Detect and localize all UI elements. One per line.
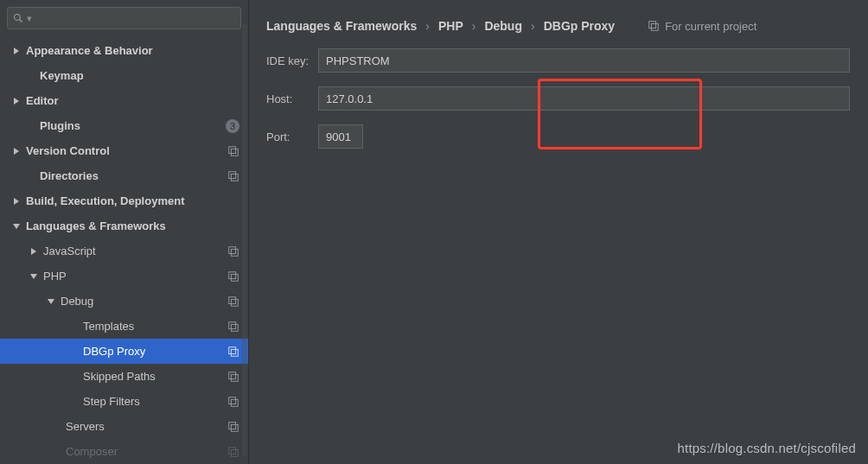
port-input[interactable] (318, 124, 363, 149)
scope-label: For current project (665, 20, 756, 33)
svg-rect-18 (229, 397, 236, 404)
arrow-spacer (52, 448, 61, 456)
sidebar-search-input[interactable]: ▾ (7, 7, 241, 29)
project-scope-icon (227, 245, 239, 257)
arrow-spacer (26, 172, 35, 181)
arrow-spacer (69, 347, 78, 356)
project-scope-icon (227, 346, 239, 358)
expand-arrow-icon[interactable] (12, 222, 21, 231)
breadcrumb-item[interactable]: DBGp Proxy (544, 19, 615, 33)
sidebar-item-label: JavaScript (43, 245, 222, 257)
svg-rect-23 (231, 449, 238, 456)
svg-rect-8 (229, 271, 236, 278)
settings-sidebar: ▾ Appearance & BehaviorKeymapEditorPlugi… (0, 0, 249, 464)
ide-key-input[interactable] (318, 48, 850, 73)
sidebar-item-label: Servers (66, 420, 222, 433)
project-scope-icon (648, 20, 660, 32)
sidebar-item-templates[interactable]: Templates (0, 314, 248, 339)
sidebar-item-label: Directories (40, 169, 222, 182)
sidebar-item-label: Keymap (40, 69, 239, 82)
expand-arrow-icon[interactable] (12, 97, 21, 105)
search-icon (13, 13, 23, 23)
host-input[interactable] (318, 86, 850, 111)
breadcrumb-item[interactable]: PHP (438, 19, 463, 33)
svg-rect-19 (231, 399, 238, 406)
project-scope-icon (227, 321, 239, 333)
sidebar-item-version-control[interactable]: Version Control (0, 138, 248, 163)
svg-line-1 (20, 20, 22, 22)
project-scope-icon (227, 145, 239, 157)
svg-rect-7 (231, 249, 238, 256)
svg-point-0 (15, 15, 21, 21)
update-count-badge: 3 (226, 119, 239, 133)
sidebar-item-appearance-behavior[interactable]: Appearance & Behavior (0, 38, 248, 63)
breadcrumb: Languages & Frameworks › PHP › Debug › D… (266, 19, 868, 33)
breadcrumb-sep: › (531, 19, 535, 33)
svg-rect-2 (229, 146, 236, 153)
sidebar-item-label: Appearance & Behavior (26, 44, 239, 57)
expand-arrow-icon[interactable] (47, 297, 55, 306)
host-label: Host: (266, 92, 318, 105)
arrow-spacer (69, 372, 78, 381)
sidebar-item-keymap[interactable]: Keymap (0, 63, 248, 88)
sidebar-item-label: Build, Execution, Deployment (26, 194, 239, 207)
sidebar-item-label: Version Control (26, 144, 222, 157)
svg-rect-14 (229, 346, 236, 353)
sidebar-item-label: Debug (61, 295, 222, 308)
arrow-spacer (26, 72, 35, 80)
port-label: Port: (266, 130, 318, 143)
project-scope-icon (227, 296, 239, 308)
breadcrumb-sep: › (472, 19, 476, 33)
svg-rect-6 (229, 246, 236, 253)
sidebar-item-plugins[interactable]: Plugins3 (0, 113, 248, 138)
sidebar-item-skipped-paths[interactable]: Skipped Paths (0, 364, 248, 389)
breadcrumb-sep: › (425, 19, 430, 33)
arrow-spacer (69, 397, 78, 406)
sidebar-item-php[interactable]: PHP (0, 264, 248, 289)
sidebar-item-label: Plugins (40, 119, 220, 132)
sidebar-item-dbgp-proxy[interactable]: DBGp Proxy (0, 339, 248, 364)
sidebar-item-label: DBGp Proxy (83, 345, 222, 358)
sidebar-item-label: Languages & Frameworks (26, 219, 239, 232)
breadcrumb-item[interactable]: Debug (484, 19, 522, 33)
sidebar-item-step-filters[interactable]: Step Filters (0, 389, 248, 414)
sidebar-item-debug[interactable]: Debug (0, 289, 248, 314)
expand-arrow-icon[interactable] (29, 272, 38, 281)
sidebar-item-javascript[interactable]: JavaScript (0, 238, 248, 264)
sidebar-item-label: Step Filters (83, 395, 222, 408)
sidebar-scrollbar[interactable] (242, 24, 247, 456)
svg-rect-10 (229, 296, 236, 303)
svg-rect-4 (229, 171, 236, 178)
expand-arrow-icon[interactable] (12, 47, 21, 55)
sidebar-item-label: Editor (26, 94, 239, 107)
expand-arrow-icon[interactable] (29, 247, 38, 256)
dbgp-proxy-form: IDE key: Host: Port: (266, 48, 868, 149)
svg-rect-3 (231, 149, 238, 156)
svg-rect-15 (231, 349, 238, 356)
svg-rect-20 (229, 422, 236, 429)
project-scope-icon (227, 170, 239, 182)
svg-rect-22 (229, 447, 236, 454)
svg-rect-5 (231, 174, 238, 181)
sidebar-item-build-execution-deployment[interactable]: Build, Execution, Deployment (0, 188, 248, 213)
sidebar-item-composer[interactable]: Composer (0, 439, 248, 464)
arrow-spacer (52, 423, 61, 431)
sidebar-item-directories[interactable]: Directories (0, 163, 248, 188)
svg-rect-16 (229, 372, 236, 378)
project-scope-icon (227, 446, 239, 458)
arrow-spacer (26, 122, 35, 130)
svg-rect-21 (231, 424, 238, 431)
sidebar-item-label: Composer (66, 445, 222, 458)
breadcrumb-item[interactable]: Languages & Frameworks (266, 19, 417, 33)
sidebar-item-editor[interactable]: Editor (0, 88, 248, 113)
expand-arrow-icon[interactable] (12, 147, 21, 156)
svg-rect-13 (231, 324, 238, 331)
svg-rect-24 (649, 22, 656, 29)
svg-rect-12 (229, 321, 236, 328)
expand-arrow-icon[interactable] (12, 197, 21, 206)
project-scope-icon (227, 421, 239, 433)
sidebar-item-languages-frameworks[interactable]: Languages & Frameworks (0, 213, 248, 238)
project-scope-icon (227, 396, 239, 408)
sidebar-item-servers[interactable]: Servers (0, 414, 248, 439)
sidebar-item-label: Skipped Paths (83, 370, 222, 383)
